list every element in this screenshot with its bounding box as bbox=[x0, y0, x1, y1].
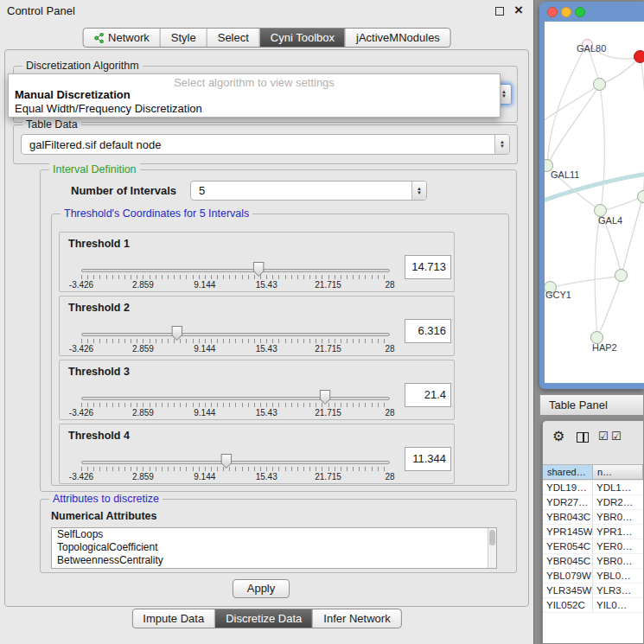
dropdown-option-manual-discretization[interactable]: Manual Discretization bbox=[9, 88, 500, 102]
cell-name: YBR0… bbox=[593, 554, 643, 568]
stepper-icon[interactable]: ▲▼ bbox=[494, 135, 509, 154]
tab-label: Discretize Data bbox=[226, 612, 302, 625]
slider-ticks bbox=[81, 275, 390, 279]
slider-track[interactable] bbox=[81, 461, 390, 464]
cell-shared-name: YLR345W bbox=[543, 583, 593, 597]
network-node[interactable] bbox=[593, 78, 606, 91]
close-icon[interactable]: × bbox=[514, 3, 523, 18]
slider-ticks bbox=[81, 467, 390, 471]
table-row[interactable]: YDR27… YDR2… bbox=[543, 495, 643, 510]
stepper-icon[interactable]: ▲▼ bbox=[411, 182, 426, 200]
select-all-checkbox-icon[interactable]: ☑ bbox=[598, 429, 609, 444]
cell-shared-name: YBR043C bbox=[543, 510, 593, 524]
tab-style[interactable]: Style bbox=[160, 29, 207, 47]
network-edges bbox=[545, 22, 644, 383]
minimize-button[interactable] bbox=[561, 7, 571, 17]
scale-tick-label: -3.426 bbox=[69, 472, 93, 481]
select-rows-checkbox-icon[interactable]: ☑ bbox=[611, 429, 622, 444]
cell-shared-name: YPR145W bbox=[543, 525, 593, 539]
table-row[interactable]: YER054C YER0… bbox=[543, 539, 643, 554]
scale-tick-label: 2.859 bbox=[132, 472, 154, 481]
network-node-selected[interactable] bbox=[634, 50, 644, 63]
threshold-3-value-field[interactable]: 21.4 bbox=[405, 383, 451, 407]
scale-tick-label: 15.43 bbox=[256, 280, 277, 290]
network-icon bbox=[93, 33, 104, 43]
tab-cyni-toolbox[interactable]: Cyni Toolbox bbox=[259, 29, 345, 47]
tab-label: Infer Network bbox=[323, 612, 390, 625]
table-row[interactable]: YBL079W YBL0… bbox=[543, 569, 643, 583]
threshold-2-slider[interactable]: -3.426 2.859 9.144 15.43 21.715 28 bbox=[81, 326, 390, 355]
float-window-icon[interactable] bbox=[495, 7, 504, 16]
slider-track[interactable] bbox=[81, 269, 390, 272]
tab-select[interactable]: Select bbox=[207, 29, 259, 47]
threshold-4-slider[interactable]: -3.426 2.859 9.144 15.43 21.715 28 bbox=[81, 454, 390, 483]
threshold-2-value-field[interactable]: 6.316 bbox=[405, 319, 451, 343]
table-panel-window: ⚙ ☑ ☑ shared… n… YDL19… YDL1… YDR27… YDR… bbox=[542, 420, 644, 644]
threshold-label: Threshold 3 bbox=[68, 366, 130, 378]
scale-tick-label: -3.426 bbox=[69, 408, 93, 418]
dropdown-option-equal-width-frequency[interactable]: Equal Width/Frequency Discretization bbox=[9, 102, 500, 116]
control-panel-titlebar[interactable]: Control Panel × bbox=[0, 0, 533, 22]
table-row[interactable]: YBR043C YBR0… bbox=[543, 510, 643, 525]
close-button[interactable] bbox=[547, 7, 558, 17]
network-node[interactable] bbox=[615, 269, 628, 282]
interval-definition-groupbox: Interval Definition Number of Intervals … bbox=[40, 169, 517, 492]
table-row[interactable]: YBR045C YBR0… bbox=[543, 554, 643, 569]
column-header-shared-name[interactable]: shared… bbox=[543, 465, 593, 479]
network-canvas[interactable]: GAL80 GAL11 GAL4 GCY1 HAP2 bbox=[545, 22, 644, 383]
table-data-groupbox: Table Data galFiltered.sif default node … bbox=[13, 124, 518, 164]
scale-tick-label: -3.426 bbox=[69, 344, 93, 354]
cyni-toolbox-panel: Discretization Algorithm ▲▼ Select algor… bbox=[4, 49, 529, 607]
threshold-4-panel: Threshold 4 -3.426 2.859 9.144 15.43 21.… bbox=[59, 424, 455, 484]
table-header-row: shared… n… bbox=[543, 464, 643, 480]
thresholds-groupbox: Threshold's Coordinates for 5 Intervals … bbox=[51, 214, 509, 486]
list-item[interactable]: SelfLoops bbox=[52, 528, 496, 541]
tab-jactivemnodules[interactable]: jActiveMNodules bbox=[345, 29, 450, 47]
table-row[interactable]: YDL19… YDL1… bbox=[543, 481, 643, 495]
node-label-gal11: GAL11 bbox=[551, 169, 579, 180]
zoom-button[interactable] bbox=[575, 7, 585, 17]
network-view-window[interactable]: GAL80 GAL11 GAL4 GCY1 HAP2 bbox=[539, 2, 644, 389]
table-data-combobox[interactable]: galFiltered.sif default node ▲▼ bbox=[21, 134, 510, 155]
scale-tick-label: 21.715 bbox=[315, 344, 341, 354]
table-panel-titlebar[interactable]: Table Panel bbox=[539, 394, 644, 416]
cell-shared-name: YER054C bbox=[543, 539, 593, 553]
tab-network[interactable]: Network bbox=[83, 29, 160, 47]
threshold-1-value-field[interactable]: 14.713 bbox=[405, 255, 451, 279]
cell-name: YLR3… bbox=[593, 583, 643, 597]
tab-discretize-data[interactable]: Discretize Data bbox=[214, 609, 312, 628]
tab-label: Cyni Toolbox bbox=[271, 31, 335, 44]
cell-name: YBR0… bbox=[593, 510, 643, 524]
scale-tick-label: 15.43 bbox=[256, 472, 277, 481]
columns-icon[interactable] bbox=[577, 432, 589, 443]
threshold-1-slider[interactable]: -3.426 2.859 9.144 15.43 21.715 28 bbox=[81, 262, 390, 291]
table-row[interactable]: YIL052C YIL0… bbox=[543, 598, 643, 613]
list-scrollbar[interactable] bbox=[488, 528, 496, 568]
algorithm-dropdown-popup: Select algorithm to view settings Manual… bbox=[8, 73, 501, 118]
tab-impute-data[interactable]: Impute Data bbox=[132, 609, 214, 628]
list-item[interactable]: BetweennessCentrality bbox=[52, 554, 496, 567]
number-of-intervals-label: Number of Intervals bbox=[71, 184, 176, 197]
tab-label: Select bbox=[218, 31, 249, 44]
apply-button[interactable]: Apply bbox=[233, 579, 290, 598]
table-row[interactable]: YPR145W YPR1… bbox=[543, 525, 643, 539]
cell-name: YIL0… bbox=[593, 598, 643, 612]
table-toolbar: ⚙ ☑ ☑ bbox=[543, 421, 643, 459]
tab-label: jActiveMNodules bbox=[356, 31, 440, 44]
network-node[interactable] bbox=[637, 190, 644, 203]
table-row[interactable]: YLR345W YLR3… bbox=[543, 583, 643, 598]
threshold-3-slider[interactable]: -3.426 2.859 9.144 15.43 21.715 28 bbox=[81, 390, 390, 419]
threshold-4-value-field[interactable]: 11.344 bbox=[405, 447, 451, 471]
number-of-intervals-combobox[interactable]: 5 ▲▼ bbox=[190, 181, 427, 201]
gear-icon[interactable]: ⚙ bbox=[552, 429, 564, 444]
slider-track[interactable] bbox=[81, 333, 390, 336]
scrollbar-thumb[interactable] bbox=[489, 530, 495, 545]
scale-tick-label: 9.144 bbox=[194, 280, 215, 290]
slider-track[interactable] bbox=[81, 397, 390, 400]
tab-infer-network[interactable]: Infer Network bbox=[312, 609, 400, 628]
numerical-attributes-list[interactable]: SelfLoops TopologicalCoefficient Between… bbox=[51, 527, 497, 569]
numerical-attributes-label: Numerical Attributes bbox=[51, 510, 156, 522]
scale-tick-label: 15.43 bbox=[256, 408, 277, 418]
column-header-name[interactable]: n… bbox=[593, 465, 643, 479]
list-item[interactable]: TopologicalCoefficient bbox=[52, 541, 496, 554]
